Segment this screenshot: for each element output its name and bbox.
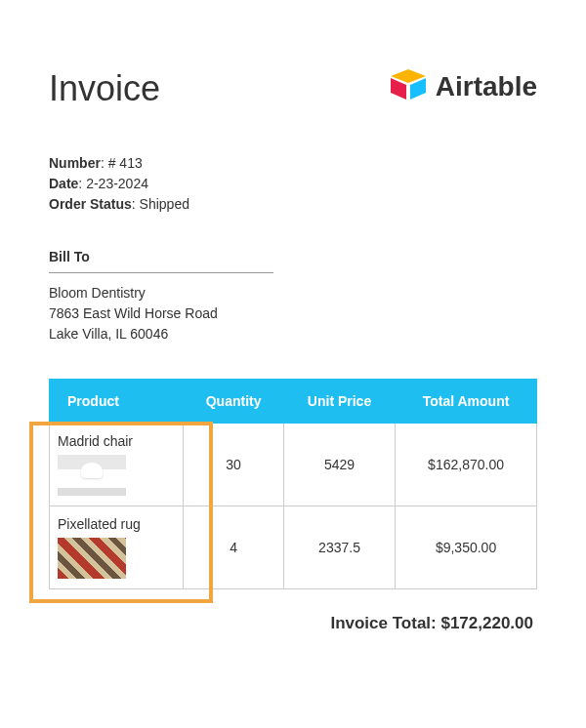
col-unit-price: Unit Price [283,380,395,424]
cell-quantity: 30 [184,424,284,506]
col-total: Total Amount [396,380,537,424]
meta-status: Order Status: Shipped [49,194,537,215]
airtable-icon [389,68,428,105]
table-header-row: Product Quantity Unit Price Total Amount [50,380,537,424]
brand-logo: Airtable [389,68,537,105]
invoice-meta: Number: # 413 Date: 2-23-2024 Order Stat… [49,153,537,215]
bill-to-name: Bloom Dentistry [49,283,537,303]
table-row: Madrid chair 30 5429 $162,870.00 [50,424,537,506]
cell-unit-price: 2337.5 [283,506,395,589]
cell-unit-price: 5429 [283,424,395,506]
cell-product: Pixellated rug [50,506,184,589]
date-label: Date [49,176,78,191]
cell-quantity: 4 [184,506,284,589]
bill-to-street: 7863 East Wild Horse Road [49,303,537,324]
table-row: Pixellated rug 4 2337.5 $9,350.00 [50,506,537,589]
invoice-total-value: $172,220.00 [440,614,533,632]
product-thumbnail [58,455,126,496]
number-value: # 413 [108,155,143,171]
col-product: Product [50,380,184,424]
col-quantity: Quantity [184,380,284,424]
brand-name: Airtable [436,71,537,102]
status-value: Shipped [140,196,189,212]
product-name: Madrid chair [58,433,173,449]
meta-number: Number: # 413 [49,153,537,174]
date-value: 2-23-2024 [86,176,148,191]
bill-to-city: Lake Villa, IL 60046 [49,324,537,344]
cell-total: $162,870.00 [396,424,537,506]
line-items-table-wrap: Product Quantity Unit Price Total Amount… [49,379,537,589]
invoice-total: Invoice Total: $172,220.00 [49,614,537,633]
bill-to-body: Bloom Dentistry 7863 East Wild Horse Roa… [49,283,537,344]
line-items-table: Product Quantity Unit Price Total Amount… [49,379,537,589]
cell-product: Madrid chair [50,424,184,506]
invoice-page: Invoice Airtable Number: # 413 Date: 2-2… [0,0,586,672]
meta-date: Date: 2-23-2024 [49,174,537,194]
number-label: Number [49,155,101,171]
status-label: Order Status [49,196,132,212]
svg-marker-2 [410,78,426,100]
invoice-total-label: Invoice Total: [330,614,436,632]
cell-total: $9,350.00 [396,506,537,589]
product-name: Pixellated rug [58,516,173,532]
svg-marker-1 [391,78,406,100]
header: Invoice Airtable [49,68,537,109]
product-thumbnail [58,538,126,579]
page-title: Invoice [49,68,160,109]
bill-to-heading: Bill To [49,249,273,273]
